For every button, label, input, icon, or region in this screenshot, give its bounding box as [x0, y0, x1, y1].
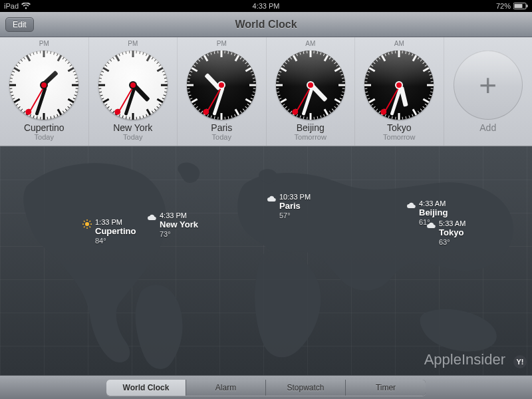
clock-city-label: Paris — [211, 122, 232, 133]
bottom-tab-bar: World ClockAlarmStopwatchTimer — [0, 375, 532, 399]
add-clock-face: + — [454, 51, 523, 120]
plus-icon: + — [479, 67, 497, 103]
map-pin-new-york[interactable]: 4:33 PM New York 73° — [146, 211, 198, 238]
svg-rect-2 — [527, 5, 528, 7]
clock-ampm: AM — [305, 40, 315, 49]
map-pin-paris[interactable]: 10:33 PM Paris 57° — [266, 193, 311, 219]
svg-point-3 — [85, 222, 89, 226]
pin-city: Paris — [279, 201, 311, 211]
pin-temp: 57° — [279, 211, 311, 220]
clock-face — [276, 51, 345, 120]
clock-ampm: PM — [39, 40, 49, 49]
world-map: 1:33 PM Cupertino 84° 4:33 PM New York 7… — [0, 146, 532, 375]
tab-world-clock[interactable]: World Clock — [106, 380, 186, 396]
clock-day-label: Tomorrow — [295, 133, 327, 141]
svg-line-9 — [90, 227, 91, 228]
clock-face — [364, 51, 434, 120]
add-clock-label: Add — [479, 122, 496, 133]
device-label: iPad — [4, 2, 19, 10]
page-title: World Clock — [235, 19, 297, 31]
mode-segmented-control: World ClockAlarmStopwatchTimer — [106, 380, 426, 396]
top-toolbar: Edit World Clock — [0, 12, 532, 37]
clock-day-label: Today — [123, 133, 142, 141]
clock-cell-new-york[interactable]: PM New York Today — [89, 37, 178, 146]
cloud-icon — [146, 212, 157, 223]
wifi-icon — [21, 3, 31, 9]
tab-alarm[interactable]: Alarm — [186, 380, 266, 396]
tab-timer[interactable]: Timer — [346, 380, 426, 396]
clock-strip: PM Cupertino Today PM New York Today PM — [0, 37, 532, 146]
cloud-icon — [266, 194, 277, 204]
pin-time: 4:33 PM — [160, 211, 198, 220]
clock-ampm: PM — [128, 40, 138, 49]
svg-line-10 — [84, 227, 85, 228]
clock-city-label: Tokyo — [387, 122, 412, 133]
status-time: 4:33 PM — [253, 2, 280, 10]
cloud-icon — [406, 200, 416, 211]
yahoo-icon: Y! — [513, 355, 527, 368]
map-pin-cupertino[interactable]: 1:33 PM Cupertino 84° — [82, 218, 136, 245]
clock-city-label: Cupertino — [24, 122, 65, 133]
clock-cell-paris[interactable]: PM Paris Today — [178, 37, 267, 146]
status-bar: iPad 4:33 PM 72% — [0, 0, 532, 12]
svg-line-8 — [84, 221, 85, 222]
clock-ampm: AM — [394, 40, 404, 49]
clock-day-label: Today — [35, 133, 54, 141]
battery-pct: 72% — [496, 2, 511, 10]
continents-silhouette — [0, 146, 532, 375]
clock-day-label: Today — [212, 133, 231, 141]
clock-face — [9, 51, 78, 120]
add-clock-button[interactable]: + Add — [444, 37, 533, 146]
svg-rect-1 — [515, 4, 523, 8]
clock-cell-tokyo[interactable]: AM Tokyo Tomorrow — [355, 37, 444, 146]
pin-temp: 73° — [160, 230, 198, 239]
battery-icon — [513, 3, 528, 9]
pin-temp: 63° — [439, 238, 466, 247]
sun-icon — [82, 219, 92, 229]
cloud-icon — [426, 220, 436, 231]
clock-face — [98, 51, 168, 120]
clock-cell-cupertino[interactable]: PM Cupertino Today — [0, 37, 89, 146]
clock-city-label: Beijing — [297, 122, 325, 133]
pin-city: Tokyo — [439, 228, 466, 238]
pin-city: New York — [160, 220, 198, 230]
clock-face — [187, 51, 256, 120]
pin-temp: 84° — [95, 237, 136, 245]
tab-stopwatch[interactable]: Stopwatch — [266, 380, 346, 396]
watermark: AppleInsider — [424, 351, 505, 368]
edit-button[interactable]: Edit — [5, 17, 34, 32]
pin-time: 5:33 AM — [439, 219, 466, 228]
pin-time: 10:33 PM — [279, 193, 311, 201]
svg-line-11 — [90, 221, 91, 222]
pin-city: Cupertino — [95, 227, 136, 237]
pin-time: 1:33 PM — [95, 218, 136, 227]
clock-ampm: PM — [217, 40, 227, 49]
map-pin-tokyo[interactable]: 5:33 AM Tokyo 63° — [426, 219, 466, 246]
pin-city: Beijing — [419, 208, 448, 218]
clock-day-label: Tomorrow — [383, 133, 415, 141]
pin-time: 4:33 AM — [419, 200, 448, 208]
clock-cell-beijing[interactable]: AM Beijing Tomorrow — [267, 37, 356, 146]
clock-city-label: New York — [113, 122, 152, 133]
